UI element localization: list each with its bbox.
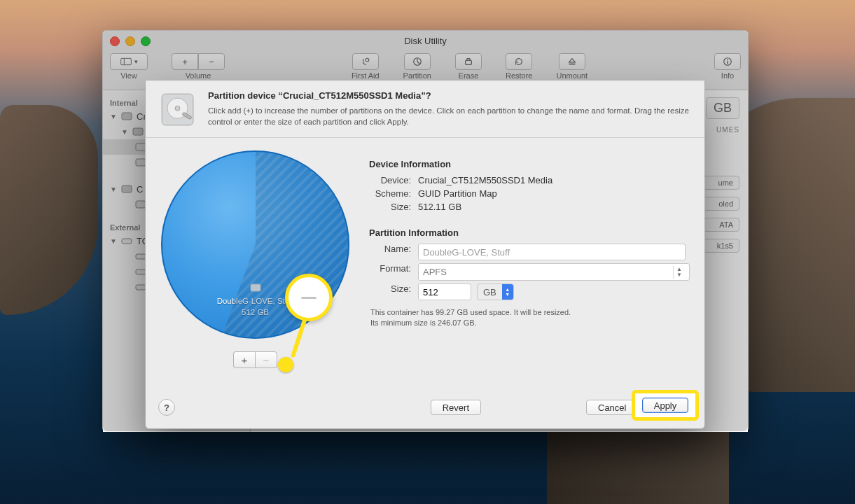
sheet-subtitle: Click add (+) to increase the number of … xyxy=(208,105,692,127)
sheet-title: Partition device “Crucial_CT512M550SSD1 … xyxy=(208,90,692,101)
internal-drive-icon xyxy=(121,183,132,195)
erase-icon xyxy=(463,57,474,66)
toolbar-view[interactable]: ▾ View xyxy=(110,53,148,80)
svg-rect-12 xyxy=(136,159,146,166)
device-value: Crucial_CT512M550SSD1 Media xyxy=(418,175,552,186)
volume-add-button[interactable]: + xyxy=(172,53,198,70)
first-aid-icon xyxy=(360,57,371,66)
hard-drive-icon xyxy=(158,90,197,129)
sheet-header: Partition device “Crucial_CT512M550SSD1 … xyxy=(146,80,704,138)
volumes-label: UMES xyxy=(716,126,739,134)
info-pill: ume xyxy=(703,176,739,190)
titlebar: Disk Utility xyxy=(103,31,748,50)
svg-point-7 xyxy=(727,59,728,61)
toolbar-unmount[interactable]: Unmount xyxy=(557,53,588,80)
chevron-updown-icon: ▲▼ xyxy=(502,284,513,300)
revert-button[interactable]: Revert xyxy=(431,400,481,415)
svg-rect-18 xyxy=(136,285,146,290)
internal-drive-icon xyxy=(121,111,132,122)
zoom-icon[interactable] xyxy=(141,36,151,46)
scheme-value: GUID Partition Map xyxy=(418,188,497,199)
minimize-icon[interactable] xyxy=(125,36,135,46)
toolbar-first-aid[interactable]: First Aid xyxy=(352,53,380,80)
toolbar-info[interactable]: Info xyxy=(714,53,741,80)
svg-rect-9 xyxy=(122,113,132,120)
help-button[interactable]: ? xyxy=(158,399,175,416)
partition-icon xyxy=(412,57,423,66)
size-value: 512.11 GB xyxy=(418,202,461,212)
partition-add-button[interactable]: + xyxy=(233,351,255,368)
svg-point-2 xyxy=(366,58,369,62)
close-icon[interactable] xyxy=(110,36,120,46)
svg-rect-15 xyxy=(122,239,132,244)
eject-icon xyxy=(566,57,578,66)
chevron-updown-icon: ▲▼ xyxy=(673,266,685,279)
toolbar-partition[interactable]: Partition xyxy=(403,53,431,80)
format-select[interactable]: APFS ▲▼ xyxy=(418,263,690,281)
info-pill: k1s5 xyxy=(703,239,739,253)
svg-rect-17 xyxy=(136,270,146,274)
capacity-badge: GB xyxy=(706,97,739,119)
svg-rect-4 xyxy=(466,60,472,64)
callout-dot xyxy=(278,357,293,372)
callout-apply-highlight: Apply xyxy=(632,390,699,421)
window-title: Disk Utility xyxy=(404,36,447,46)
size-unit-select[interactable]: GB ▲▼ xyxy=(477,284,514,300)
partition-remove-button: − xyxy=(255,351,277,368)
toolbar-restore[interactable]: Restore xyxy=(506,53,533,80)
partition-sheet: Partition device “Crucial_CT512M550SSD1 … xyxy=(145,80,705,429)
partition-add-remove: + − xyxy=(233,351,277,368)
apply-button[interactable]: Apply xyxy=(642,398,689,413)
resize-hint: This container has 99.27 GB used space. … xyxy=(370,307,690,329)
info-pill: oled xyxy=(703,197,739,211)
info-pill: ATA xyxy=(703,218,739,232)
volume-icon xyxy=(250,282,261,293)
cancel-button[interactable]: Cancel xyxy=(586,400,638,415)
svg-rect-11 xyxy=(136,144,146,150)
device-info-heading: Device Information xyxy=(369,159,690,169)
svg-rect-23 xyxy=(251,284,260,291)
svg-rect-8 xyxy=(727,61,728,64)
svg-rect-13 xyxy=(122,186,132,192)
svg-point-21 xyxy=(175,106,180,111)
svg-rect-14 xyxy=(136,201,146,208)
internal-drive-icon xyxy=(132,126,144,137)
info-icon xyxy=(722,57,733,66)
svg-rect-5 xyxy=(569,64,575,65)
svg-rect-0 xyxy=(120,58,131,64)
toolbar-erase[interactable]: Erase xyxy=(455,53,482,80)
svg-rect-10 xyxy=(133,128,143,135)
external-drive-icon xyxy=(121,235,132,246)
sheet-footer: ? Revert Cancel Apply xyxy=(146,389,704,428)
partition-info-heading: Partition Information xyxy=(369,227,690,238)
window-controls[interactable] xyxy=(110,36,151,46)
sidebar-icon xyxy=(120,57,132,66)
callout-remove-circle xyxy=(285,274,333,321)
toolbar-volume[interactable]: + − Volume xyxy=(172,53,225,80)
desktop-background: Disk Utility ▾ View + − Volume xyxy=(0,0,855,504)
volume-remove-button[interactable]: − xyxy=(198,53,225,70)
svg-rect-16 xyxy=(136,254,146,259)
partition-name-input xyxy=(418,244,686,260)
partition-size-input[interactable] xyxy=(418,284,471,300)
restore-icon xyxy=(513,57,524,66)
